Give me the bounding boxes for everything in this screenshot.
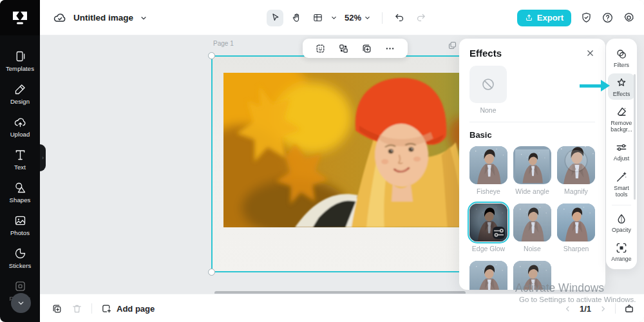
- remove-background-icon: [615, 106, 628, 118]
- canvas-size-chevron-icon[interactable]: [330, 14, 337, 21]
- duplicate-page-button[interactable]: [52, 303, 62, 314]
- undo-button[interactable]: [391, 10, 408, 26]
- left-sidebar: Templates Design Upload Text Shapes Phot…: [0, 0, 40, 322]
- effect-tile-wide-angle[interactable]: Wide angle: [513, 146, 551, 195]
- rail-item-effects[interactable]: Effects: [608, 73, 635, 100]
- text-icon: [14, 148, 27, 162]
- bottom-bar: Add page 1/1: [40, 294, 644, 322]
- effects-section-title: Basic: [469, 130, 595, 140]
- duplicate-icon: [361, 43, 372, 54]
- bottom-bar-divider-2: [615, 303, 616, 314]
- face-select-icon: [315, 43, 326, 54]
- help-icon[interactable]: [601, 12, 614, 24]
- rail-item-opacity[interactable]: Opacity: [608, 209, 635, 236]
- effect-tile-sharpen[interactable]: Sharpen: [557, 204, 595, 252]
- smart-crop-button[interactable]: [315, 43, 326, 54]
- rail-item-arrange[interactable]: Arrange: [608, 238, 635, 265]
- sidebar-item-shapes[interactable]: Shapes: [0, 176, 40, 209]
- effects-panel: Effects None Basic Fisheye Wide angle: [459, 39, 605, 290]
- effect-tile-noise[interactable]: Noise: [513, 204, 551, 252]
- effects-star-icon: [615, 77, 628, 90]
- bottom-bar-divider: [91, 303, 92, 314]
- app-logo[interactable]: [0, 0, 40, 35]
- undo-icon: [394, 12, 405, 23]
- page-layers-button[interactable]: [448, 41, 457, 50]
- next-page-button[interactable]: [599, 305, 607, 313]
- document-title[interactable]: Untitled image: [73, 13, 133, 23]
- zoom-chevron-icon: [364, 14, 371, 21]
- hand-icon: [291, 12, 302, 23]
- trash-icon: [71, 303, 82, 314]
- present-button[interactable]: [623, 303, 635, 314]
- stacked-images-icon: [448, 41, 457, 50]
- sidebar-scroll-down-button[interactable]: [11, 293, 31, 313]
- effect-none-tile[interactable]: [469, 66, 507, 103]
- settings-gear-icon[interactable]: [623, 12, 635, 24]
- sidebar-item-stickers[interactable]: Stickers: [0, 242, 40, 274]
- design-icon: [14, 82, 27, 96]
- select-tool-button[interactable]: [267, 10, 283, 26]
- app-window: Untitled image 52%: [0, 0, 644, 322]
- effect-tile-partial-2[interactable]: [513, 261, 551, 290]
- frames-icon: [14, 279, 27, 293]
- redo-button[interactable]: [412, 10, 429, 26]
- delete-page-button[interactable]: [71, 303, 82, 314]
- rail-item-remove-background[interactable]: Remove backgr...: [608, 102, 635, 135]
- panel-divider: [469, 122, 595, 122]
- canvas-size-button[interactable]: [309, 10, 326, 26]
- present-icon: [623, 303, 635, 314]
- sidebar-item-photos[interactable]: Photos: [0, 209, 40, 242]
- templates-icon: [14, 50, 27, 63]
- title-chevron-down-icon[interactable]: [140, 14, 147, 22]
- more-options-button[interactable]: [384, 43, 395, 54]
- selection-handle-bottom-left[interactable]: [208, 269, 215, 276]
- zoom-control[interactable]: 52%: [342, 13, 374, 23]
- arrange-icon: [615, 242, 628, 254]
- add-page-button[interactable]: Add page: [101, 303, 155, 314]
- effect-none-label: None: [469, 106, 507, 114]
- adjust-effect-badge[interactable]: [493, 227, 505, 239]
- right-tool-rail: Filters Effects Remove backgr... Adjust …: [606, 39, 637, 269]
- replace-button[interactable]: [338, 43, 349, 54]
- page-indicator: 1/1: [580, 304, 591, 314]
- sidebar-item-templates[interactable]: Templates: [0, 44, 40, 77]
- swap-icon: [338, 43, 349, 54]
- sidebar-item-text[interactable]: Text: [0, 143, 40, 176]
- privacy-shield-icon[interactable]: [580, 12, 592, 24]
- add-page-icon: [101, 303, 112, 314]
- export-button[interactable]: Export: [517, 10, 571, 26]
- duplicate-icon: [52, 303, 62, 314]
- selection-handle-top-left[interactable]: [208, 52, 215, 59]
- chevron-down-icon: [17, 299, 25, 307]
- filters-icon: [615, 48, 628, 61]
- adjust-sliders-icon: [615, 141, 628, 154]
- effect-tile-partial-1[interactable]: [469, 261, 507, 290]
- sliders-icon: [493, 227, 505, 239]
- prohibition-icon: [480, 77, 496, 92]
- effect-tile-magnify[interactable]: Magnify: [557, 146, 595, 195]
- top-toolbar: Untitled image 52%: [40, 0, 644, 35]
- rail-item-adjust[interactable]: Adjust: [608, 138, 635, 164]
- opacity-droplet-icon: [615, 213, 628, 225]
- duplicate-button[interactable]: [361, 43, 372, 54]
- cursor-icon: [270, 12, 281, 23]
- selection-toolbar: [303, 39, 408, 58]
- export-icon: [525, 14, 533, 22]
- rail-item-smart-tools[interactable]: Smart tools: [608, 167, 635, 200]
- panel-collapse-handle[interactable]: ›: [40, 144, 46, 171]
- rail-scrollbar[interactable]: [634, 74, 636, 200]
- layout-icon: [312, 12, 323, 23]
- zoom-level: 52%: [345, 13, 361, 23]
- page-label: Page 1: [213, 40, 234, 47]
- sidebar-item-upload[interactable]: Upload: [0, 110, 40, 143]
- pan-tool-button[interactable]: [288, 10, 305, 26]
- effect-tile-fisheye[interactable]: Fisheye: [469, 146, 507, 195]
- redo-icon: [415, 12, 426, 23]
- more-dots-icon: [384, 43, 395, 54]
- close-icon[interactable]: [585, 48, 595, 58]
- effect-tile-edge-glow[interactable]: Edge Glow: [469, 204, 507, 252]
- rail-item-filters[interactable]: Filters: [608, 44, 635, 71]
- prev-page-button[interactable]: [564, 305, 572, 313]
- sidebar-item-design[interactable]: Design: [0, 77, 40, 110]
- effects-panel-title: Effects: [469, 48, 502, 59]
